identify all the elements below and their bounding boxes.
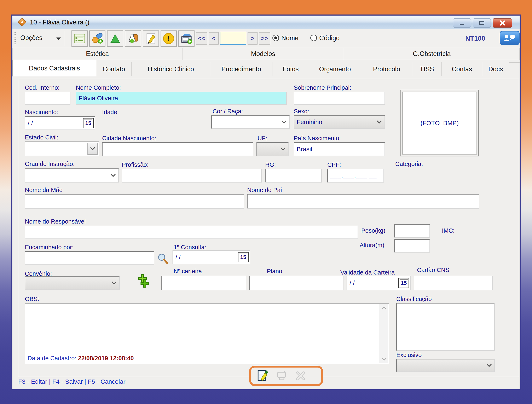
sexo-value: Feminino (297, 119, 322, 126)
nav-prev-button[interactable]: < (209, 32, 219, 44)
n-carteira-label: Nº carteira (174, 268, 202, 275)
sobrenome-field[interactable] (294, 92, 385, 105)
estado-civil-select[interactable] (25, 141, 99, 156)
nav-last-button[interactable]: >> (259, 32, 270, 44)
alert-button[interactable]: ! (161, 31, 177, 47)
search-icon[interactable] (157, 252, 169, 265)
tab-procedimento[interactable]: Procedimento (210, 62, 272, 76)
peso-field[interactable] (394, 224, 430, 238)
nome-pai-field[interactable] (247, 194, 479, 209)
cartao-cns-label: Cartão CNS (417, 267, 449, 273)
options-caret-icon[interactable] (56, 38, 61, 40)
title-bar[interactable]: 10 - Flávia Oliveira () (13, 16, 519, 29)
nome-completo-field[interactable]: Flávia Oliveira (76, 92, 287, 105)
record-search-input[interactable] (220, 32, 246, 45)
pais-nascimento-label: País Nascimento: (294, 135, 341, 142)
n-carteira-field[interactable] (161, 276, 246, 290)
rg-field[interactable] (265, 169, 322, 183)
minimize-button[interactable] (453, 19, 471, 28)
restore-button[interactable] (473, 19, 491, 28)
profissao-field[interactable] (122, 169, 262, 183)
alert-icon: ! (162, 32, 175, 45)
estado-civil-label: Estado Civil: (25, 134, 58, 141)
add-convenio-icon[interactable] (136, 274, 150, 289)
encaminhado-field[interactable] (25, 251, 154, 265)
classificacao-listbox[interactable] (396, 303, 495, 351)
chevron-down-icon (89, 147, 96, 151)
toolbar-grip[interactable] (14, 32, 16, 45)
nascimento-calendar-icon[interactable]: 15 (83, 118, 94, 128)
estado-civil-dropdown-button[interactable] (87, 143, 98, 155)
nascimento-field[interactable]: / / 15 (25, 116, 95, 130)
tutorial-highlight-box (249, 366, 323, 386)
user-chat-button[interactable] (500, 31, 519, 45)
tab-contas[interactable]: Contas (442, 62, 482, 76)
cartao-cns-field[interactable] (414, 276, 493, 290)
medications-button[interactable] (89, 31, 105, 47)
chevron-down-icon (110, 173, 116, 177)
primeira-consulta-calendar-icon[interactable]: 15 (238, 252, 249, 262)
radio-codigo[interactable] (310, 35, 317, 41)
obs-scrollbar[interactable] (380, 304, 388, 363)
uf-select[interactable] (256, 142, 289, 156)
tab-protocolo[interactable]: Protocolo (361, 62, 412, 76)
cidade-nascimento-field[interactable] (102, 142, 253, 156)
cor-raca-select[interactable] (211, 115, 290, 129)
tab-docs[interactable]: Docs (482, 62, 509, 76)
grau-instrucao-select[interactable] (25, 168, 119, 183)
pais-nascimento-field[interactable]: Brasil (294, 142, 385, 156)
close-button[interactable] (493, 19, 512, 28)
classificacao-label: Classificação (396, 296, 432, 303)
sexo-select[interactable]: Feminino (294, 115, 385, 129)
categoria-label: Categoria: (395, 161, 423, 167)
altura-field[interactable] (394, 239, 430, 252)
tab-dados-cadastrais[interactable]: Dados Cadastrais (13, 60, 96, 76)
patient-photo-placeholder[interactable]: (FOTO_BMP) (402, 92, 477, 155)
close-icon (499, 20, 506, 26)
radio-nome[interactable] (272, 35, 279, 41)
edit-pencil-button[interactable] (143, 31, 159, 47)
cpf-label: CPF: (327, 161, 341, 168)
svg-text:!: ! (167, 34, 170, 43)
cod-interno-field[interactable] (25, 92, 70, 105)
tab-modelos[interactable]: Modelos (182, 48, 344, 60)
record-form-button[interactable] (71, 31, 88, 47)
edit-pencil-icon (144, 32, 157, 45)
scroll-down-icon[interactable] (381, 358, 387, 361)
tab-orcamento[interactable]: Orçamento (309, 62, 361, 76)
lab-flask-button[interactable] (125, 31, 141, 47)
options-menu[interactable]: Opções (20, 34, 43, 42)
tab-fotos[interactable]: Fotos (272, 62, 309, 76)
nav-first-button[interactable]: << (196, 32, 207, 44)
restore-icon (479, 21, 484, 25)
plano-field[interactable] (249, 276, 343, 290)
cidade-nascimento-label: Cidade Nascimento: (102, 135, 156, 142)
validade-value: / / (349, 279, 355, 287)
scroll-up-icon[interactable] (381, 306, 387, 309)
medications-icon (91, 32, 104, 45)
sobrenome-label: Sobrenome Principal: (294, 84, 351, 91)
cor-raca-label: Cor / Raça: (213, 108, 243, 115)
nav-next-button[interactable]: > (247, 32, 258, 44)
tab-historico-clinico[interactable]: Histórico Clínico (132, 62, 210, 76)
validade-calendar-icon[interactable]: 15 (398, 278, 409, 288)
window-title: 10 - Flávia Oliveira () (30, 19, 89, 26)
tab-tiss[interactable]: TISS (412, 62, 442, 76)
cpf-field[interactable]: ___.___.___-__ (327, 169, 384, 183)
validade-field[interactable]: / / 15 (347, 276, 411, 290)
evolution-button[interactable] (107, 31, 123, 47)
patient-photo-frame: (FOTO_BMP) (400, 90, 479, 156)
nome-mae-field[interactable] (25, 194, 244, 209)
edit-record-icon[interactable] (256, 369, 269, 382)
tab-gobstetricia[interactable]: G.Obstetrícia (344, 48, 519, 60)
save-icon-disabled (275, 369, 288, 382)
convenio-select[interactable] (25, 276, 120, 290)
responsavel-label: Nome do Responsável (25, 218, 86, 225)
add-photo-button[interactable] (178, 31, 195, 47)
exclusivo-select[interactable] (396, 359, 495, 372)
responsavel-field[interactable] (25, 226, 358, 239)
primeira-consulta-field[interactable]: / / 15 (173, 250, 250, 264)
radio-nome-label: Nome (281, 34, 298, 42)
tab-estetica[interactable]: Estética (13, 48, 182, 60)
tab-contato[interactable]: Contato (96, 62, 132, 76)
